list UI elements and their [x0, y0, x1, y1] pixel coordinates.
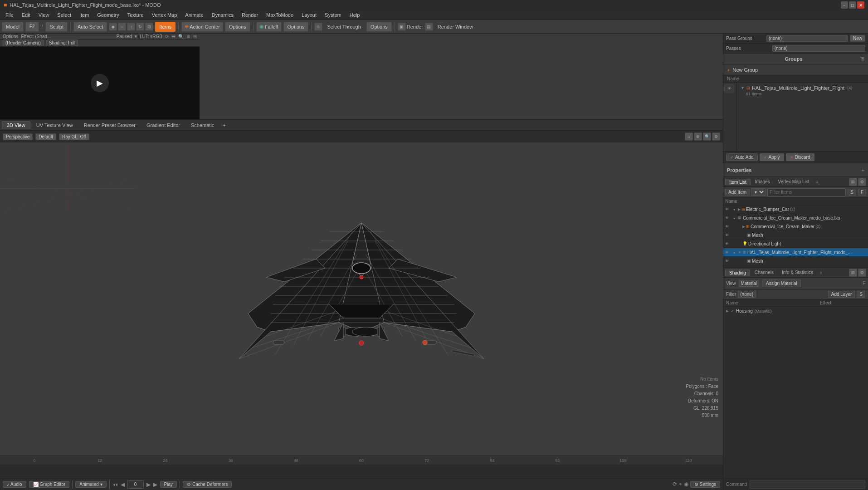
item-row-0[interactable]: 👁 ● ▶ ⊞ Electric_Bumper_Car (2) — [723, 205, 868, 214]
sh-item-housing[interactable]: ▶ ✓ Housing (Material) — [723, 308, 868, 314]
cache-deformers-button[interactable]: ⚙ Cache Deformers — [183, 481, 232, 488]
discard-button[interactable]: ✕ Discard — [786, 153, 814, 161]
menu-select[interactable]: Select — [54, 11, 75, 19]
item-vis-6b[interactable] — [731, 257, 738, 265]
group-item-tejas[interactable]: ▼ ⊞ HAL_Tejas_Multirole_Light_Fighter_Fl… — [739, 84, 866, 92]
transform-icon-1[interactable]: ◆ — [109, 23, 117, 31]
next-frame-button[interactable]: ▶ — [153, 481, 157, 488]
tab-render-preset[interactable]: Render Preset Browser — [79, 121, 141, 129]
menu-help[interactable]: Help — [346, 11, 364, 19]
item-row-3[interactable]: 👁 ▣ Mesh — [723, 231, 868, 240]
menu-vertex-map[interactable]: Vertex Map — [148, 11, 181, 19]
item-vis-0[interactable]: 👁 — [723, 206, 731, 213]
item-row-1[interactable]: 👁 ● 🗎 Commercial_Ice_Cream_Maker_modo_ba… — [723, 214, 868, 222]
menu-dynamics[interactable]: Dynamics — [208, 11, 237, 19]
item-row-4[interactable]: 👁 💡 Directional Light — [723, 240, 868, 248]
prev-frame-button[interactable]: ◀ — [121, 481, 125, 488]
group-vis-icon[interactable]: 👁 — [724, 84, 734, 93]
item-vis-2[interactable]: 👁 — [723, 223, 731, 230]
shading-tab-add[interactable]: + — [818, 270, 824, 276]
menu-layout[interactable]: Layout — [298, 11, 320, 19]
mode-f2-button[interactable]: F2 — [25, 22, 39, 32]
render-icon-4[interactable]: ⚙ — [186, 34, 190, 39]
render-icon[interactable]: ▣ — [398, 23, 406, 31]
falloff-dropdown[interactable]: ◉ Falloff — [256, 22, 282, 32]
item-vis-4[interactable]: 👁 — [723, 240, 731, 247]
vp-home-icon[interactable]: ⌂ — [685, 132, 693, 141]
render-icon-2[interactable]: ☰ — [171, 34, 176, 39]
tab-uv[interactable]: UV Texture View — [31, 121, 78, 129]
item-vis-1b[interactable]: ● — [731, 214, 738, 221]
auto-add-button[interactable]: ✓ Auto Add — [726, 153, 758, 161]
item-row-6[interactable]: 👁 ▣ Mesh — [723, 257, 868, 265]
item-vis-3b[interactable] — [731, 231, 738, 239]
action-center-dropdown[interactable]: ⊕ Action Center — [181, 22, 223, 32]
transform-icon-2[interactable]: ↔ — [118, 23, 126, 31]
item-vis-6[interactable]: 👁 — [723, 257, 731, 265]
sh-s-button[interactable]: S — [857, 291, 865, 298]
menu-render[interactable]: Render — [238, 11, 262, 19]
item-vis-5[interactable]: 👁 — [723, 249, 731, 256]
sh-view-dropdown[interactable]: Material — [739, 280, 760, 287]
minimize-button[interactable]: − — [841, 1, 848, 9]
bb-icon-2[interactable]: ⌖ — [679, 481, 682, 488]
pass-groups-dropdown[interactable]: (none) — [766, 35, 848, 42]
add-layer-button[interactable]: Add Layer — [828, 291, 855, 298]
il-f-button[interactable]: F — [858, 189, 866, 196]
sh-filter-dropdown[interactable]: (none) — [738, 291, 756, 298]
bb-icon-3[interactable]: ◉ — [684, 481, 688, 488]
options1-button[interactable]: Options — [225, 22, 250, 32]
add-item-type-dropdown[interactable]: ▾ — [751, 188, 766, 196]
item-list-expand-icon[interactable]: ⊞ — [849, 178, 857, 186]
render-camera-button[interactable]: (Render Camera) — [3, 39, 44, 46]
shading-mode-button[interactable]: Shading: Full — [46, 39, 78, 46]
vp-center-icon[interactable]: ⊕ — [694, 132, 702, 141]
graph-editor-button[interactable]: 📈 Graph Editor — [29, 481, 70, 488]
menu-item[interactable]: Item — [76, 11, 93, 19]
bb-icon-1[interactable]: ⟳ — [673, 481, 677, 488]
item-vis-1[interactable]: 👁 — [723, 214, 731, 221]
render-icon-5[interactable]: ⊞ — [193, 34, 197, 39]
tab-vertex-map[interactable]: Vertex Map List — [775, 179, 813, 185]
tab-item-list[interactable]: Item List — [725, 179, 751, 185]
perspective-dropdown[interactable]: Perspective — [3, 133, 33, 140]
play-btn[interactable]: Play — [160, 481, 177, 488]
item-vis-5b[interactable]: ● — [731, 249, 738, 256]
item-list-tab-add[interactable]: + — [814, 179, 820, 185]
tab-gradient-editor[interactable]: Gradient Editor — [141, 121, 185, 129]
menu-file[interactable]: File — [2, 11, 17, 19]
menu-geometry[interactable]: Geometry — [93, 11, 122, 19]
tab-add-button[interactable]: + — [220, 122, 228, 129]
settings-button[interactable]: ⚙ Settings — [690, 481, 720, 488]
transform-icon-4[interactable]: ↻ — [136, 23, 144, 31]
options2-button[interactable]: Options — [283, 22, 309, 32]
render-mode-dropdown[interactable]: Default — [35, 133, 56, 140]
menu-system[interactable]: System — [321, 11, 345, 19]
passes-dropdown[interactable]: (none) — [772, 45, 865, 52]
item-vis-2b[interactable] — [731, 223, 738, 230]
vp-zoom-icon[interactable]: 🔍 — [703, 132, 711, 141]
tab-info-statistics[interactable]: Info & Statistics — [778, 270, 817, 275]
transform-icon-3[interactable]: ↕ — [127, 23, 135, 31]
current-frame-input[interactable] — [127, 480, 144, 489]
menu-maxtomode[interactable]: MaxToModo — [263, 11, 297, 19]
item-row-7[interactable]: 👁 ▶ ⊞ HAL_Tejas_Multirole_Light_Fighter_… — [723, 265, 868, 267]
shading-expand-icon[interactable]: ⊞ — [849, 269, 857, 277]
prev-end-button[interactable]: ⏮ — [112, 481, 118, 488]
transform-icon-5[interactable]: ⊞ — [145, 23, 153, 31]
ray-gl-dropdown[interactable]: Ray GL: Off — [59, 133, 89, 140]
render-icon-3[interactable]: 🔍 — [178, 34, 184, 39]
groups-expand-icon[interactable]: ⊞ — [860, 56, 864, 62]
item-vis-7[interactable]: 👁 — [723, 266, 731, 267]
il-s-button[interactable]: S — [848, 189, 856, 196]
item-vis-7b[interactable] — [731, 266, 738, 267]
render-window-icon[interactable]: ▤ — [425, 23, 433, 31]
maximize-button[interactable]: □ — [849, 1, 856, 9]
sculpt-button[interactable]: Sculpt — [45, 22, 68, 32]
select-through-icon[interactable]: ⊗ — [314, 23, 322, 31]
apply-button[interactable]: ✓ Apply — [760, 153, 784, 161]
play-button[interactable]: ▶ — [146, 481, 151, 488]
items-button[interactable]: Items — [155, 22, 176, 32]
item-row-5[interactable]: 👁 ● ▼ 🗎 HAL_Tejas_Multirole_Light_Fighte… — [723, 248, 868, 257]
render-icon-1[interactable]: ⟳ — [165, 34, 169, 39]
